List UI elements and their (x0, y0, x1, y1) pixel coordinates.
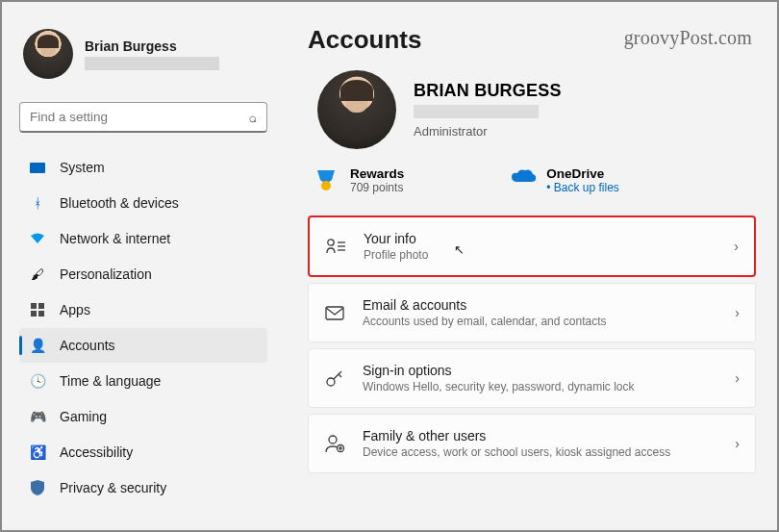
nav-gaming[interactable]: 🎮Gaming (19, 399, 267, 434)
svg-rect-2 (31, 311, 37, 317)
watermark: groovyPost.com (624, 27, 752, 49)
nav-label: Accessibility (60, 444, 133, 460)
chevron-right-icon: › (735, 436, 740, 451)
row-family-users[interactable]: Family & other users Device access, work… (308, 414, 756, 473)
rewards-sub: 709 points (350, 181, 404, 194)
nav-label: Network & internet (60, 231, 170, 246)
nav-personalization[interactable]: 🖌Personalization (19, 257, 267, 291)
rewards-card[interactable]: Rewards 709 points (314, 166, 404, 194)
row-title: Sign-in options (363, 363, 635, 378)
avatar (23, 29, 73, 79)
person-icon: 👤 (29, 337, 46, 354)
nav-label: Gaming (60, 409, 107, 424)
paintbrush-icon: 🖌 (29, 266, 46, 283)
svg-point-5 (328, 240, 334, 245)
gamepad-icon: 🎮 (29, 408, 46, 425)
nav-system[interactable]: System (19, 150, 267, 185)
nav-apps[interactable]: Apps (19, 292, 267, 327)
account-display-name: BRIAN BURGESS (414, 81, 562, 101)
nav-bluetooth[interactable]: ᚼBluetooth & devices (19, 186, 267, 220)
nav-accessibility[interactable]: ♿Accessibility (19, 435, 267, 469)
svg-rect-9 (326, 307, 343, 319)
nav-label: Time & language (60, 373, 161, 389)
nav-label: Accounts (60, 338, 115, 353)
settings-rows: Your info Profile photo ↖ › Email & acco… (308, 215, 756, 473)
nav-label: System (60, 160, 105, 175)
nav-label: Personalization (60, 266, 152, 282)
chevron-right-icon: › (734, 239, 739, 254)
svg-rect-0 (31, 303, 37, 309)
rewards-title: Rewards (350, 166, 404, 181)
user-name: Brian Burgess (85, 38, 219, 54)
row-title: Email & accounts (363, 297, 606, 313)
row-sub: Device access, work or school users, kio… (363, 445, 670, 459)
add-user-icon (324, 434, 345, 453)
chevron-right-icon: › (735, 305, 740, 320)
svg-rect-3 (38, 311, 44, 317)
your-info-icon (325, 238, 346, 255)
search-icon: ⌕ (249, 110, 257, 125)
display-icon (29, 159, 46, 176)
row-email-accounts[interactable]: Email & accounts Accounts used by email,… (308, 283, 756, 342)
shield-icon (29, 479, 46, 496)
search-input-container[interactable]: ⌕ (19, 102, 267, 133)
nav-label: Apps (60, 302, 90, 317)
clock-icon: 🕓 (29, 372, 46, 390)
nav-network[interactable]: Network & internet (19, 221, 267, 256)
account-hero: BRIAN BURGESS Administrator (308, 70, 756, 149)
row-sub: Accounts used by email, calendar, and co… (363, 315, 606, 328)
row-your-info[interactable]: Your info Profile photo ↖ › (308, 215, 756, 277)
main-panel: Accounts BRIAN BURGESS Administrator Rew… (281, 2, 777, 530)
onedrive-icon (510, 168, 535, 193)
onedrive-card[interactable]: OneDrive Back up files (510, 166, 619, 194)
row-signin-options[interactable]: Sign-in options Windows Hello, security … (308, 348, 756, 408)
row-sub: Windows Hello, security key, password, d… (363, 380, 635, 393)
nav-label: Privacy & security (60, 480, 166, 495)
nav-label: Bluetooth & devices (60, 195, 179, 211)
onedrive-title: OneDrive (546, 166, 619, 181)
row-sub: Profile photo (364, 248, 428, 262)
nav-time-language[interactable]: 🕓Time & language (19, 364, 267, 398)
row-title: Family & other users (363, 428, 670, 443)
user-header[interactable]: Brian Burgess (19, 25, 267, 83)
svg-rect-1 (38, 303, 44, 309)
svg-point-4 (321, 181, 331, 190)
nav-list: System ᚼBluetooth & devices Network & in… (19, 150, 267, 505)
email-icon (324, 306, 345, 320)
search-input[interactable] (30, 110, 249, 124)
apps-icon (29, 301, 46, 318)
settings-sidebar: Brian Burgess ⌕ System ᚼBluetooth & devi… (2, 2, 281, 530)
bluetooth-icon: ᚼ (29, 194, 46, 212)
account-role: Administrator (414, 124, 562, 139)
key-icon (324, 368, 345, 388)
rewards-icon (314, 168, 339, 193)
nav-privacy[interactable]: Privacy & security (19, 470, 267, 505)
account-email-redacted (414, 105, 539, 118)
user-email-redacted (85, 57, 219, 70)
accessibility-icon: ♿ (29, 443, 46, 461)
svg-point-11 (329, 436, 337, 443)
summary-cards: Rewards 709 points OneDrive Back up file… (308, 166, 756, 194)
svg-point-10 (327, 378, 335, 386)
onedrive-sub[interactable]: Back up files (546, 181, 619, 194)
chevron-right-icon: › (735, 370, 740, 386)
nav-accounts[interactable]: 👤Accounts (19, 328, 267, 363)
row-title: Your info (364, 231, 428, 246)
wifi-icon (29, 230, 46, 247)
avatar (317, 70, 396, 149)
cursor-icon: ↖ (454, 242, 465, 257)
